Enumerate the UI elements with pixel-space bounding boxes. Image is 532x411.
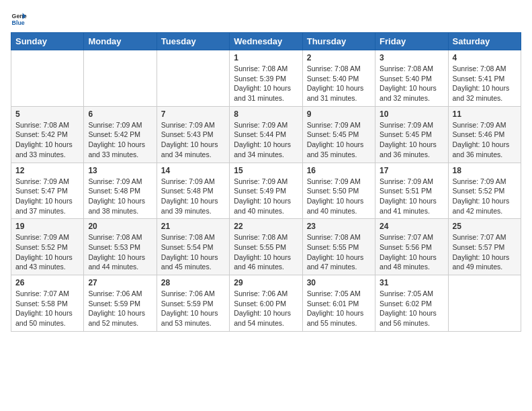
day-info: Sunrise: 7:08 AM Sunset: 5:54 PM Dayligh… — [161, 232, 225, 272]
day-info: Sunrise: 7:06 AM Sunset: 5:59 PM Dayligh… — [161, 289, 225, 328]
daylight-text: Daylight: 10 hours and 44 minutes. — [88, 253, 152, 272]
sunset-text: Sunset: 5:42 PM — [88, 130, 152, 140]
sunset-text: Sunset: 5:42 PM — [15, 130, 79, 140]
day-info: Sunrise: 7:09 AM Sunset: 5:45 PM Dayligh… — [380, 120, 443, 160]
sunrise-text: Sunrise: 7:09 AM — [307, 120, 371, 130]
calendar-cell: 24 Sunrise: 7:07 AM Sunset: 5:56 PM Dayl… — [375, 219, 448, 275]
day-info: Sunrise: 7:09 AM Sunset: 5:47 PM Dayligh… — [15, 177, 79, 216]
day-info: Sunrise: 7:09 AM Sunset: 5:52 PM Dayligh… — [15, 232, 79, 272]
calendar-week-row: 12 Sunrise: 7:09 AM Sunset: 5:47 PM Dayl… — [11, 163, 521, 219]
calendar-week-row: 1 Sunrise: 7:08 AM Sunset: 5:39 PM Dayli… — [11, 50, 521, 107]
sunrise-text: Sunrise: 7:08 AM — [15, 120, 79, 130]
calendar-cell: 13 Sunrise: 7:09 AM Sunset: 5:48 PM Dayl… — [84, 163, 157, 219]
daylight-text: Daylight: 10 hours and 41 minutes. — [380, 196, 443, 216]
daylight-text: Daylight: 10 hours and 34 minutes. — [234, 140, 298, 159]
daylight-text: Daylight: 10 hours and 40 minutes. — [307, 196, 371, 216]
day-number: 20 — [88, 222, 152, 231]
day-number: 9 — [307, 109, 371, 119]
day-info: Sunrise: 7:06 AM Sunset: 5:59 PM Dayligh… — [88, 289, 152, 328]
daylight-text: Daylight: 10 hours and 48 minutes. — [380, 253, 443, 272]
daylight-text: Daylight: 10 hours and 55 minutes. — [307, 308, 371, 328]
day-info: Sunrise: 7:09 AM Sunset: 5:42 PM Dayligh… — [88, 120, 152, 160]
calendar-cell: 9 Sunrise: 7:09 AM Sunset: 5:45 PM Dayli… — [302, 106, 375, 163]
daylight-text: Daylight: 10 hours and 36 minutes. — [380, 140, 443, 159]
day-info: Sunrise: 7:05 AM Sunset: 6:01 PM Dayligh… — [307, 289, 371, 328]
sunset-text: Sunset: 5:43 PM — [161, 130, 225, 140]
day-number: 15 — [234, 166, 298, 175]
day-info: Sunrise: 7:09 AM Sunset: 5:52 PM Dayligh… — [453, 177, 517, 216]
calendar-cell: 16 Sunrise: 7:09 AM Sunset: 5:50 PM Dayl… — [302, 163, 375, 219]
daylight-text: Daylight: 10 hours and 38 minutes. — [88, 196, 152, 216]
day-number: 13 — [88, 166, 152, 175]
sunrise-text: Sunrise: 7:09 AM — [380, 120, 443, 130]
sunset-text: Sunset: 5:40 PM — [380, 74, 443, 84]
page-header: General Blue — [11, 11, 521, 27]
sunrise-text: Sunrise: 7:06 AM — [88, 289, 152, 299]
day-number: 24 — [380, 222, 443, 231]
day-info: Sunrise: 7:09 AM Sunset: 5:50 PM Dayligh… — [307, 177, 371, 216]
day-number: 23 — [307, 222, 371, 231]
calendar-week-row: 26 Sunrise: 7:07 AM Sunset: 5:58 PM Dayl… — [11, 275, 521, 332]
sunset-text: Sunset: 5:39 PM — [234, 74, 298, 84]
sunrise-text: Sunrise: 7:09 AM — [15, 232, 79, 242]
day-info: Sunrise: 7:09 AM Sunset: 5:44 PM Dayligh… — [234, 120, 298, 160]
sunrise-text: Sunrise: 7:09 AM — [453, 177, 517, 187]
day-info: Sunrise: 7:08 AM Sunset: 5:55 PM Dayligh… — [234, 232, 298, 272]
calendar-cell: 28 Sunrise: 7:06 AM Sunset: 5:59 PM Dayl… — [157, 275, 229, 332]
sunrise-text: Sunrise: 7:07 AM — [380, 232, 443, 242]
day-number: 30 — [307, 278, 371, 287]
sunset-text: Sunset: 5:52 PM — [453, 186, 517, 196]
sunset-text: Sunset: 5:47 PM — [15, 186, 79, 196]
day-number: 8 — [234, 109, 298, 119]
sunrise-text: Sunrise: 7:09 AM — [307, 177, 371, 187]
sunrise-text: Sunrise: 7:07 AM — [453, 232, 517, 242]
daylight-text: Daylight: 10 hours and 47 minutes. — [307, 253, 371, 272]
sunrise-text: Sunrise: 7:05 AM — [307, 289, 371, 299]
day-number: 1 — [234, 53, 298, 62]
calendar-cell: 14 Sunrise: 7:09 AM Sunset: 5:48 PM Dayl… — [157, 163, 229, 219]
sunrise-text: Sunrise: 7:09 AM — [453, 120, 517, 130]
day-number: 7 — [161, 109, 225, 119]
weekday-header-thursday: Thursday — [302, 33, 375, 50]
sunrise-text: Sunrise: 7:06 AM — [234, 289, 298, 299]
daylight-text: Daylight: 10 hours and 42 minutes. — [453, 196, 517, 216]
day-info: Sunrise: 7:08 AM Sunset: 5:40 PM Dayligh… — [380, 64, 443, 103]
day-number: 18 — [453, 166, 517, 175]
calendar-cell: 25 Sunrise: 7:07 AM Sunset: 5:57 PM Dayl… — [448, 219, 521, 275]
sunset-text: Sunset: 5:55 PM — [307, 242, 371, 253]
day-info: Sunrise: 7:09 AM Sunset: 5:51 PM Dayligh… — [380, 177, 443, 216]
day-number: 14 — [161, 166, 225, 175]
sunrise-text: Sunrise: 7:09 AM — [88, 177, 152, 187]
calendar-table: SundayMondayTuesdayWednesdayThursdayFrid… — [11, 32, 521, 332]
sunset-text: Sunset: 6:02 PM — [380, 299, 443, 309]
sunset-text: Sunset: 5:51 PM — [380, 186, 443, 196]
sunset-text: Sunset: 5:45 PM — [307, 130, 371, 140]
day-number: 3 — [380, 53, 443, 62]
sunrise-text: Sunrise: 7:09 AM — [234, 120, 298, 130]
day-info: Sunrise: 7:07 AM Sunset: 5:57 PM Dayligh… — [453, 232, 517, 272]
calendar-cell: 21 Sunrise: 7:08 AM Sunset: 5:54 PM Dayl… — [157, 219, 229, 275]
daylight-text: Daylight: 10 hours and 39 minutes. — [161, 196, 225, 216]
weekday-header-friday: Friday — [375, 33, 448, 50]
day-info: Sunrise: 7:05 AM Sunset: 6:02 PM Dayligh… — [380, 289, 443, 328]
calendar-cell: 5 Sunrise: 7:08 AM Sunset: 5:42 PM Dayli… — [11, 106, 84, 163]
sunrise-text: Sunrise: 7:07 AM — [15, 289, 79, 299]
day-info: Sunrise: 7:07 AM Sunset: 5:56 PM Dayligh… — [380, 232, 443, 272]
sunset-text: Sunset: 5:44 PM — [234, 130, 298, 140]
calendar-cell: 30 Sunrise: 7:05 AM Sunset: 6:01 PM Dayl… — [302, 275, 375, 332]
daylight-text: Daylight: 10 hours and 34 minutes. — [161, 140, 225, 159]
day-info: Sunrise: 7:08 AM Sunset: 5:42 PM Dayligh… — [15, 120, 79, 160]
daylight-text: Daylight: 10 hours and 54 minutes. — [234, 308, 298, 328]
calendar-cell: 29 Sunrise: 7:06 AM Sunset: 6:00 PM Dayl… — [230, 275, 302, 332]
daylight-text: Daylight: 10 hours and 53 minutes. — [161, 308, 225, 328]
day-number: 27 — [88, 278, 152, 287]
day-number: 6 — [88, 109, 152, 119]
sunset-text: Sunset: 5:41 PM — [453, 74, 517, 84]
calendar-cell: 23 Sunrise: 7:08 AM Sunset: 5:55 PM Dayl… — [302, 219, 375, 275]
calendar-cell: 22 Sunrise: 7:08 AM Sunset: 5:55 PM Dayl… — [230, 219, 302, 275]
day-info: Sunrise: 7:07 AM Sunset: 5:58 PM Dayligh… — [15, 289, 79, 328]
day-info: Sunrise: 7:08 AM Sunset: 5:39 PM Dayligh… — [234, 64, 298, 103]
sunset-text: Sunset: 5:56 PM — [380, 242, 443, 253]
sunrise-text: Sunrise: 7:05 AM — [380, 289, 443, 299]
sunrise-text: Sunrise: 7:08 AM — [234, 232, 298, 242]
